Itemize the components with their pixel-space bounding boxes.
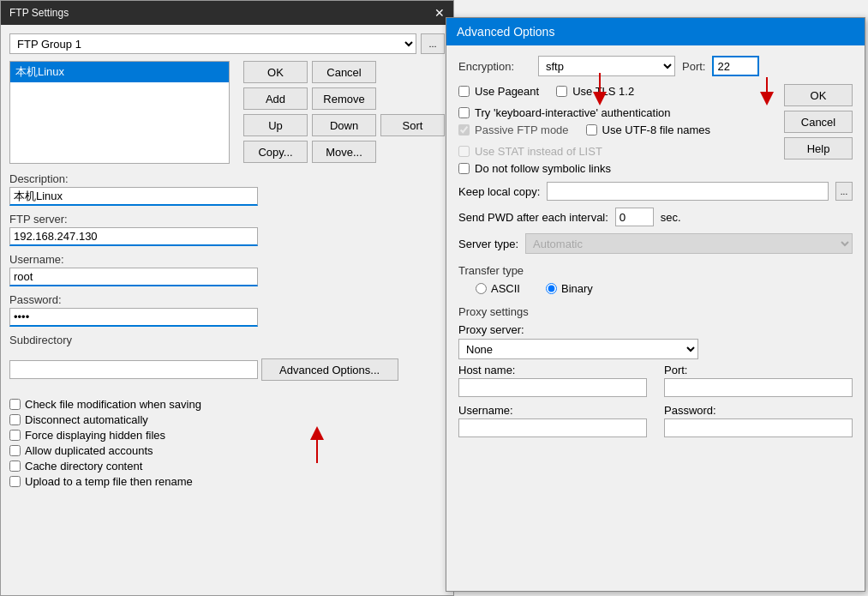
- sort-button[interactable]: Sort: [380, 114, 445, 136]
- subdirectory-input[interactable]: [9, 360, 258, 379]
- binary-label: Binary: [561, 282, 593, 295]
- port-input[interactable]: [712, 56, 759, 76]
- group-dots-button[interactable]: ...: [421, 33, 445, 54]
- ftp-server-input[interactable]: [9, 227, 258, 246]
- upload-temp[interactable]: [9, 476, 21, 487]
- use-tls-check[interactable]: [556, 86, 567, 97]
- send-pwd-row: Send PWD after each interval: sec.: [458, 208, 853, 226]
- group-select[interactable]: FTP Group 1: [9, 33, 416, 54]
- proxy-server-select[interactable]: None: [458, 339, 698, 359]
- allow-duplicated-label: Allow duplicated accounts: [25, 444, 153, 457]
- use-tls-row: Use TLS 1.2: [556, 85, 634, 98]
- keyboard-interactive-label: Try 'keyboard-interactive' authenticatio…: [475, 106, 670, 119]
- cache-directory-label: Cache directory content: [25, 460, 142, 473]
- upload-temp-label: Upload to a temp file then rename: [25, 475, 193, 488]
- proxy-host-label: Host name:: [458, 364, 647, 376]
- passive-ftp-label: Passive FTP mode: [475, 123, 569, 136]
- side-buttons: OK Cancel Add Remove Up Down Sort Copy..…: [243, 61, 445, 164]
- description-label: Description:: [9, 172, 445, 185]
- checkbox-row-1: Disconnect automatically: [9, 413, 445, 426]
- encryption-row: Encryption: sftp Port:: [458, 56, 853, 76]
- down-button[interactable]: Down: [312, 114, 376, 136]
- remove-button[interactable]: Remove: [312, 87, 376, 110]
- server-type-select[interactable]: Automatic: [525, 233, 853, 254]
- move-button[interactable]: Move...: [312, 141, 376, 163]
- passive-ftp-check[interactable]: [458, 124, 470, 135]
- advanced-title: Advanced Options: [457, 25, 554, 39]
- cancel-button[interactable]: Cancel: [312, 61, 376, 83]
- keyboard-interactive-check[interactable]: [458, 107, 470, 118]
- proxy-host-port-row: Host name: Port:: [458, 364, 853, 397]
- use-utf8-row: Use UTF-8 file names: [586, 123, 710, 136]
- site-list: 本机Linux: [9, 61, 230, 164]
- disconnect-auto[interactable]: [9, 414, 21, 425]
- proxy-settings-label: Proxy settings: [458, 305, 853, 318]
- proxy-password-group: Password:: [664, 404, 853, 437]
- proxy-port-group: Port:: [664, 364, 853, 397]
- checkbox-row-3: Allow duplicated accounts: [9, 444, 445, 457]
- use-pageant-check[interactable]: [458, 86, 470, 97]
- no-symlinks-row: Do not follow symbolic links: [458, 162, 853, 175]
- ok-button[interactable]: OK: [243, 61, 308, 83]
- proxy-server-row: Proxy server: None: [458, 323, 853, 359]
- password-input[interactable]: [9, 308, 258, 327]
- send-pwd-label: Send PWD after each interval:: [458, 211, 608, 224]
- proxy-username-input[interactable]: [458, 418, 647, 437]
- force-hidden-files-label: Force displaying hidden files: [25, 429, 165, 442]
- encryption-select[interactable]: sftp: [538, 56, 675, 76]
- subdirectory-label: Subdirectory: [9, 334, 445, 346]
- description-input[interactable]: [9, 187, 258, 206]
- allow-duplicated[interactable]: [9, 445, 21, 456]
- keep-local-browse-button[interactable]: ...: [835, 182, 853, 201]
- ftp-settings-window: FTP Settings ✕ FTP Group 1 ... 本机Linux O…: [0, 0, 454, 596]
- server-type-label: Server type:: [458, 238, 518, 250]
- advanced-titlebar: Advanced Options: [446, 18, 865, 45]
- force-hidden-files[interactable]: [9, 430, 21, 441]
- list-item[interactable]: 本机Linux: [10, 62, 229, 82]
- proxy-host-input[interactable]: [458, 378, 647, 397]
- check-file-modification[interactable]: [9, 399, 21, 410]
- binary-radio-item: Binary: [546, 282, 593, 295]
- encryption-label: Encryption:: [458, 60, 531, 73]
- checkbox-row-2: Force displaying hidden files: [9, 429, 445, 442]
- proxy-username-group: Username:: [458, 404, 647, 437]
- advanced-cancel-button[interactable]: Cancel: [784, 111, 853, 133]
- keep-local-copy-row: Keep local copy: ...: [458, 182, 853, 201]
- ascii-label: ASCII: [491, 282, 520, 295]
- username-input[interactable]: [9, 268, 258, 286]
- cache-directory[interactable]: [9, 461, 21, 472]
- ascii-radio[interactable]: [476, 283, 487, 294]
- use-stat-check[interactable]: [458, 146, 470, 157]
- check-file-modification-label: Check file modification when saving: [25, 398, 201, 411]
- ftp-title: FTP Settings: [9, 7, 69, 19]
- advanced-options-dialog: Advanced Options OK Cancel Help Encrypti…: [446, 17, 865, 592]
- proxy-password-input[interactable]: [664, 418, 853, 437]
- no-symlinks-label: Do not follow symbolic links: [475, 162, 611, 175]
- send-pwd-input[interactable]: [615, 208, 654, 226]
- use-tls-label: Use TLS 1.2: [572, 85, 634, 98]
- add-button[interactable]: Add: [243, 87, 308, 110]
- advanced-options-button[interactable]: Advanced Options...: [261, 358, 398, 381]
- port-label: Port:: [682, 60, 705, 73]
- proxy-port-input[interactable]: [664, 378, 853, 397]
- use-pageant-row: Use Pageant: [458, 85, 539, 98]
- checkbox-row-4: Cache directory content: [9, 460, 445, 473]
- username-label: Username:: [9, 253, 445, 266]
- use-utf8-check[interactable]: [586, 124, 597, 135]
- ascii-radio-item: ASCII: [476, 282, 520, 295]
- advanced-help-button[interactable]: Help: [784, 137, 853, 160]
- up-button[interactable]: Up: [243, 114, 308, 136]
- proxy-password-label: Password:: [664, 404, 853, 417]
- transfer-type-section: Transfer type ASCII Binary: [458, 264, 853, 295]
- checkbox-row-5: Upload to a temp file then rename: [9, 475, 445, 488]
- proxy-port-label: Port:: [664, 364, 853, 376]
- keep-local-label: Keep local copy:: [458, 185, 540, 198]
- copy-button[interactable]: Copy...: [243, 141, 308, 163]
- no-symlinks-check[interactable]: [458, 163, 470, 174]
- binary-radio[interactable]: [546, 283, 557, 294]
- proxy-settings-section: Proxy settings Proxy server: None Host n…: [458, 305, 853, 437]
- send-pwd-unit: sec.: [661, 211, 681, 224]
- close-icon[interactable]: ✕: [434, 6, 445, 20]
- keep-local-input[interactable]: [547, 182, 829, 201]
- advanced-ok-button[interactable]: OK: [784, 84, 853, 106]
